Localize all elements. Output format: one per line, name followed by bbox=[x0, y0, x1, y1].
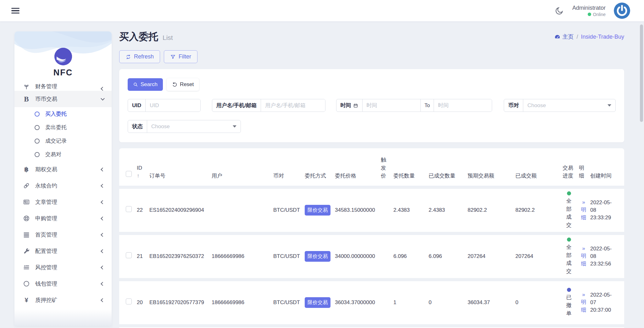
chevron-icon bbox=[101, 96, 105, 101]
cell-price: 36034.37000000 bbox=[335, 299, 381, 306]
cell-pair: BTC/USDT bbox=[273, 299, 305, 306]
uid-label: UID bbox=[128, 99, 146, 112]
top-navbar: Administrator Online bbox=[0, 0, 644, 21]
caret-down-icon bbox=[608, 104, 611, 107]
table-row: 20 EB1651927020577379 18666669986 BTC/US… bbox=[119, 281, 624, 324]
page-title: 买入委托 bbox=[119, 30, 158, 43]
scrollbar-thumb[interactable] bbox=[640, 25, 643, 122]
refresh-button[interactable]: Refresh bbox=[119, 50, 160, 63]
refresh-icon bbox=[125, 54, 131, 60]
cell-filled: 6.096 bbox=[429, 253, 468, 260]
cell-id: 22 bbox=[137, 206, 149, 214]
order-type-badge: 限价交易 bbox=[305, 251, 330, 262]
row-checkbox[interactable] bbox=[126, 252, 132, 258]
status-dot bbox=[567, 288, 571, 292]
logo-icon bbox=[54, 48, 72, 65]
status-field-group: 状态 Choose bbox=[128, 120, 241, 133]
cell-filled: 0 bbox=[429, 299, 468, 306]
sidebar-subitem[interactable]: 交易对 bbox=[14, 148, 112, 161]
cell-price: 34583.15000000 bbox=[335, 206, 381, 214]
cell-user: 18666669986 bbox=[212, 299, 273, 306]
table-row: 21 EB1652023976250372 18666669986 BTC/US… bbox=[119, 235, 624, 278]
cell-turnover: 0 bbox=[515, 299, 563, 306]
sidebar-item[interactable]: 配置管理 bbox=[14, 243, 112, 259]
time-from-input[interactable] bbox=[363, 99, 420, 112]
sidebar-item[interactable]: 钱包管理 bbox=[14, 276, 112, 292]
detail-link[interactable]: »明细 bbox=[579, 199, 588, 222]
status-select[interactable]: Choose bbox=[147, 120, 241, 133]
sidebar-item[interactable]: B 币币交易 bbox=[14, 91, 112, 107]
sort-asc-icon: ↑ bbox=[137, 172, 147, 180]
col-id[interactable]: ID↑ bbox=[137, 164, 149, 180]
col-detail: 明细 bbox=[579, 164, 590, 180]
chevron-icon bbox=[101, 249, 105, 253]
chevron-icon bbox=[101, 184, 105, 188]
table-header-row: ID↑ 订单号 用户 币对 委托方式 委托价格 触发价 委托数量 已成交数量 预… bbox=[119, 148, 624, 186]
row-checkbox[interactable] bbox=[126, 206, 132, 212]
pair-select[interactable]: Choose bbox=[523, 99, 615, 112]
sidebar-menu: 财务管理 B 币币交易 买入委托 卖出委托 成交记录 交易对 ฿ 期权交易 永续… bbox=[14, 81, 112, 308]
avatar[interactable] bbox=[614, 3, 630, 19]
user-input[interactable] bbox=[261, 99, 325, 112]
circle-icon bbox=[23, 280, 30, 287]
filter-button[interactable]: Filter bbox=[164, 50, 197, 63]
sidebar-subitem[interactable]: 成交记录 bbox=[14, 134, 112, 148]
sidebar-item[interactable]: 首页管理 bbox=[14, 227, 112, 243]
time-to-input[interactable] bbox=[434, 99, 492, 112]
cell-expected: 207264 bbox=[468, 253, 515, 260]
cell-created: 2022-05-08 23:32:56 bbox=[590, 245, 624, 267]
row-checkbox[interactable] bbox=[126, 298, 132, 304]
user-name: Administrator bbox=[572, 5, 606, 11]
sidebar-item[interactable]: ฿ 期权交易 bbox=[14, 161, 112, 178]
sidebar-item[interactable]: 永续合约 bbox=[14, 178, 112, 194]
chevron-icon bbox=[101, 282, 105, 286]
uid-input[interactable] bbox=[146, 99, 200, 112]
cell-progress: 全部成交 bbox=[563, 238, 579, 275]
sidebar-item[interactable]: 文章管理 bbox=[14, 194, 112, 210]
user-menu[interactable]: Administrator Online bbox=[572, 5, 606, 17]
window-scrollbar[interactable] bbox=[640, 22, 643, 328]
logo-text: NFC bbox=[14, 68, 112, 78]
cell-id: 20 bbox=[137, 299, 149, 306]
detail-link[interactable]: »明细 bbox=[579, 245, 588, 268]
radio-circle-icon bbox=[35, 125, 40, 130]
sidebar-subitem[interactable]: 买入委托 bbox=[14, 107, 112, 121]
sidebar-item[interactable]: 财务管理 bbox=[14, 81, 112, 91]
online-status-dot bbox=[588, 13, 591, 16]
select-all-checkbox[interactable] bbox=[126, 171, 132, 177]
user-field-group: 用户名/手机/邮箱 bbox=[212, 99, 325, 112]
yen-icon: ¥ bbox=[23, 296, 30, 304]
cell-amount: 2.4383 bbox=[393, 206, 429, 214]
time-field-group: 时间 To bbox=[336, 99, 492, 112]
cell-progress: 全部成交 bbox=[563, 191, 579, 229]
col-order-no: 订单号 bbox=[149, 172, 212, 180]
pair-label: 币对 bbox=[504, 99, 523, 112]
chevron-icon bbox=[101, 298, 105, 302]
search-button[interactable]: Search bbox=[128, 78, 163, 91]
funnel-icon bbox=[170, 54, 176, 60]
sidebar-subitem[interactable]: 卖出委托 bbox=[14, 121, 112, 134]
menu-toggle-icon[interactable] bbox=[11, 8, 19, 14]
sidebar-item[interactable]: 申购管理 bbox=[14, 210, 112, 227]
col-expected: 预期交易额 bbox=[468, 172, 515, 180]
filter-panel: Search Reset UID 用户名/手机/邮箱 时间 bbox=[119, 69, 624, 142]
cell-created: 2022-05-07 20:37:00 bbox=[590, 291, 624, 314]
cell-user: 18666669986 bbox=[212, 253, 273, 260]
coin-trade-icon: B bbox=[23, 95, 30, 103]
col-created: 创建时间 bbox=[590, 172, 624, 180]
breadcrumb-home-link[interactable]: 主页 bbox=[554, 33, 574, 41]
cell-detail: »明细 bbox=[579, 245, 590, 268]
dark-mode-icon[interactable] bbox=[555, 6, 564, 15]
reset-button[interactable]: Reset bbox=[167, 78, 199, 91]
main-content: 买入委托 List 主页 / Inside-Trade-Buy R bbox=[119, 30, 624, 328]
sidebar-item[interactable]: 风控管理 bbox=[14, 259, 112, 276]
table-row: 22 ES1652024009296904 BTC/USDT 限价交易 3458… bbox=[119, 189, 624, 232]
detail-link[interactable]: »明细 bbox=[579, 291, 588, 314]
risk-list-icon bbox=[23, 264, 30, 271]
cell-detail: »明细 bbox=[579, 291, 590, 314]
sidebar-item[interactable]: ¥ 质押挖矿 bbox=[14, 292, 112, 308]
col-filled: 已成交数量 bbox=[429, 172, 468, 180]
col-turnover: 已成交额 bbox=[515, 172, 563, 180]
col-price: 委托价格 bbox=[335, 172, 381, 180]
cell-type: 限价交易 bbox=[305, 251, 335, 262]
